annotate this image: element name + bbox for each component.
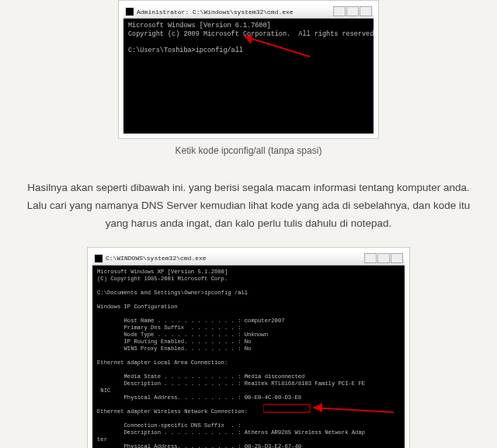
maximize-button[interactable]: [377, 253, 390, 263]
terminal-output: Microsoft Windows [Version 6.1.7600] Cop…: [123, 19, 374, 134]
window-titlebar: C:\WINDOWS\system32\cmd.exe: [92, 252, 405, 266]
close-button[interactable]: [391, 253, 403, 263]
cmd-icon: [95, 255, 103, 262]
window-title: Administrator: C:\Windows\system32\cmd.e…: [137, 9, 294, 16]
screenshot-2: C:\WINDOWS\system32\cmd.exe Microsoft Wi…: [87, 247, 410, 448]
body-paragraph: Hasilnya akan seperti dibawah ini. yang …: [16, 179, 481, 233]
cmd-icon: [126, 8, 134, 16]
window-buttons: [364, 253, 403, 263]
window-title: C:\WINDOWS\system32\cmd.exe: [106, 255, 207, 262]
minimize-button[interactable]: [364, 253, 377, 263]
maximize-button[interactable]: [346, 6, 359, 16]
terminal-output: Microsoft Windows XP [Version 5.1.2600] …: [92, 266, 405, 448]
window-titlebar: Administrator: C:\Windows\system32\cmd.e…: [123, 5, 374, 19]
caption-1: Ketik kode ipconfig/all (tanpa spasi): [176, 145, 322, 156]
window-buttons: [333, 6, 372, 16]
close-button[interactable]: [360, 6, 372, 16]
minimize-button[interactable]: [333, 6, 346, 16]
screenshot-1: Administrator: C:\Windows\system32\cmd.e…: [118, 0, 379, 139]
